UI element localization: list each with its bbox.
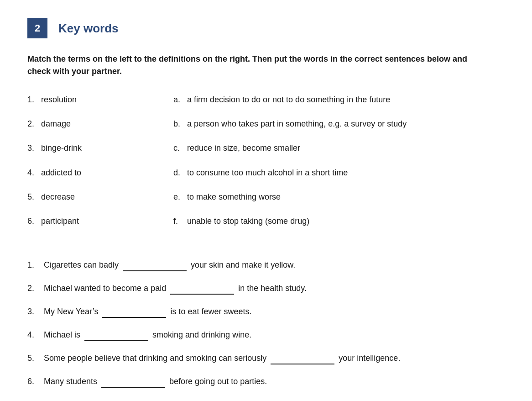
definition-item: a.a firm decision to do or not to do som… xyxy=(173,94,505,106)
sentence-text: Michael is smoking and drinking wine. xyxy=(44,328,251,341)
fill-blank[interactable] xyxy=(84,328,148,341)
term-text: binge-drink xyxy=(41,142,82,154)
term-number: 5. xyxy=(27,191,41,203)
term-item: 2.damage xyxy=(27,118,173,130)
term-text: participant xyxy=(41,216,79,227)
sentence-text: Cigarettes can badly your skin and make … xyxy=(44,258,295,271)
definition-letter: a. xyxy=(173,94,187,106)
term-item: 1.resolution xyxy=(27,94,173,106)
term-item: 4.addicted to xyxy=(27,167,173,179)
section-title: Key words xyxy=(58,21,119,36)
definition-letter: e. xyxy=(173,191,187,203)
term-item: 3.binge-drink xyxy=(27,142,173,154)
definition-text: unable to stop taking (some drug) xyxy=(187,216,309,227)
sentence-number: 5. xyxy=(27,352,44,364)
term-item: 6.participant xyxy=(27,216,173,227)
sentences-section: 1.Cigarettes can badly your skin and mak… xyxy=(27,258,505,388)
term-text: resolution xyxy=(41,94,77,106)
definition-item: d.to consume too much alcohol in a short… xyxy=(173,167,505,179)
term-number: 3. xyxy=(27,142,41,154)
definitions-column: a.a firm decision to do or not to do som… xyxy=(173,94,505,240)
term-text: damage xyxy=(41,118,71,130)
section-header: 2 Key words xyxy=(27,18,505,38)
definition-letter: d. xyxy=(173,167,187,179)
sentence-number: 4. xyxy=(27,329,44,341)
definition-text: a person who takes part in something, e.… xyxy=(187,118,407,130)
definition-text: reduce in size, become smaller xyxy=(187,142,300,154)
fill-blank[interactable] xyxy=(271,351,334,364)
fill-blank[interactable] xyxy=(170,281,234,295)
sentence-item: 4.Michael is smoking and drinking wine. xyxy=(27,328,505,341)
sentence-number: 6. xyxy=(27,375,44,388)
sentence-number: 2. xyxy=(27,282,44,295)
fill-blank[interactable] xyxy=(102,305,166,318)
definition-text: to make something worse xyxy=(187,191,281,203)
sentence-item: 1.Cigarettes can badly your skin and mak… xyxy=(27,258,505,271)
sentence-item: 3.My New Year’s is to eat fewer sweets. xyxy=(27,305,505,318)
sentence-item: 5.Some people believe that drinking and … xyxy=(27,351,505,364)
definition-item: b.a person who takes part in something, … xyxy=(173,118,505,130)
sentence-number: 3. xyxy=(27,306,44,318)
definition-letter: f. xyxy=(173,216,187,227)
term-text: addicted to xyxy=(41,167,81,179)
sentence-text: Many students before going out to partie… xyxy=(44,375,267,388)
term-text: decrease xyxy=(41,191,75,203)
terms-column: 1.resolution2.damage3.binge-drink4.addic… xyxy=(27,94,173,240)
sentence-number: 1. xyxy=(27,259,44,271)
sentence-text: Some people believe that drinking and sm… xyxy=(44,351,400,364)
definition-letter: c. xyxy=(173,142,187,154)
term-number: 2. xyxy=(27,118,41,130)
fill-blank[interactable] xyxy=(101,375,165,388)
sentence-text: Michael wanted to become a paid in the h… xyxy=(44,281,307,295)
sentence-item: 6.Many students before going out to part… xyxy=(27,375,505,388)
instructions-text: Match the terms on the left to the defin… xyxy=(27,53,484,78)
term-number: 1. xyxy=(27,94,41,106)
fill-blank[interactable] xyxy=(123,258,187,271)
definition-item: f.unable to stop taking (some drug) xyxy=(173,216,505,227)
term-item: 5.decrease xyxy=(27,191,173,203)
term-number: 4. xyxy=(27,167,41,179)
sentence-text: My New Year’s is to eat fewer sweets. xyxy=(44,305,251,318)
matching-section: 1.resolution2.damage3.binge-drink4.addic… xyxy=(27,94,505,240)
definition-letter: b. xyxy=(173,118,187,130)
sentence-item: 2.Michael wanted to become a paid in the… xyxy=(27,281,505,295)
definition-item: c.reduce in size, become smaller xyxy=(173,142,505,154)
section-number: 2 xyxy=(27,18,47,38)
definition-item: e.to make something worse xyxy=(173,191,505,203)
definition-text: to consume too much alcohol in a short t… xyxy=(187,167,348,179)
definition-text: a firm decision to do or not to do somet… xyxy=(187,94,390,106)
term-number: 6. xyxy=(27,216,41,227)
